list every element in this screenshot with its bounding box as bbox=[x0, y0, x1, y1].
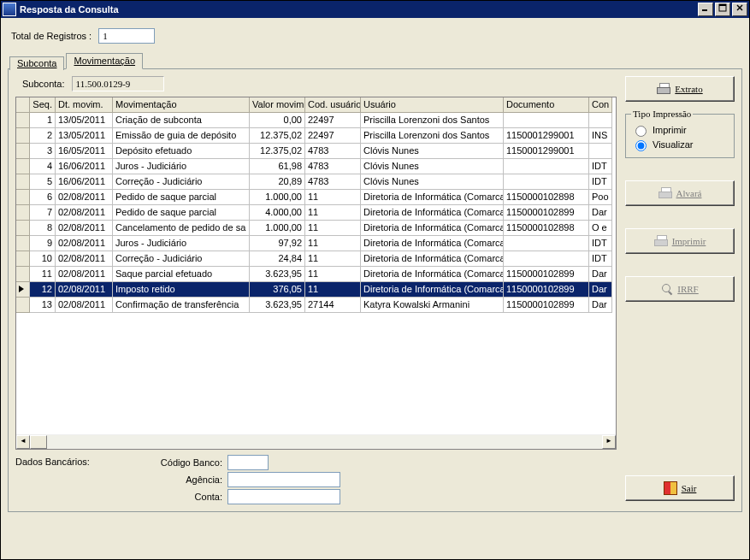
movimentacao-grid[interactable]: Seq. Dt. movim. Movimentação Valor movim… bbox=[15, 97, 617, 450]
window-title: Resposta da Consulta bbox=[20, 4, 119, 15]
col-documento[interactable]: Documento bbox=[504, 97, 589, 113]
titlebar: Resposta da Consulta bbox=[1, 1, 749, 18]
subconta-label: Subconta: bbox=[22, 79, 65, 89]
tipo-impressao-legend: Tipo Impressão bbox=[631, 109, 693, 119]
row-indicator bbox=[16, 236, 30, 251]
maximize-button[interactable] bbox=[715, 3, 730, 16]
extrato-button[interactable]: Extrato bbox=[625, 76, 735, 102]
table-row[interactable]: 316/05/2011Depósito efetuado12.375,02478… bbox=[16, 144, 616, 159]
table-row[interactable]: 702/08/2011Pedido de saque parcial4.000,… bbox=[16, 205, 616, 221]
tab-subconta-label: Subconta bbox=[17, 58, 56, 68]
row-indicator bbox=[16, 159, 30, 174]
tab-movimentacao[interactable]: Movimentação bbox=[66, 53, 143, 69]
close-button[interactable] bbox=[732, 3, 747, 16]
current-row-icon bbox=[19, 286, 27, 292]
table-row[interactable]: 1202/08/2011Imposto retido376,0511Direto… bbox=[16, 282, 616, 298]
row-indicator bbox=[16, 267, 30, 282]
subconta-line: Subconta: 11.500.0129-9 bbox=[15, 76, 617, 91]
svg-rect-2 bbox=[719, 4, 726, 6]
row-indicator bbox=[16, 221, 30, 236]
col-dt-movim[interactable]: Dt. movim. bbox=[56, 97, 113, 113]
row-indicator bbox=[16, 144, 30, 159]
row-indicator bbox=[16, 190, 30, 205]
row-indicator bbox=[16, 113, 30, 128]
tab-movimentacao-label: Movimentação bbox=[74, 56, 135, 66]
row-indicator bbox=[16, 251, 30, 267]
subconta-value: 11.500.0129-9 bbox=[72, 76, 164, 91]
radio-imprimir-input[interactable] bbox=[635, 126, 647, 137]
sair-button[interactable]: Sair bbox=[625, 475, 735, 501]
irrf-label: IRRF bbox=[677, 284, 698, 294]
row-indicator bbox=[16, 128, 30, 144]
total-registros-field[interactable] bbox=[98, 28, 155, 44]
imprimir-button[interactable]: Imprimir bbox=[625, 228, 735, 254]
dados-bancarios: Dados Bancários: Código Banco: Agência: … bbox=[15, 455, 617, 504]
alvara-button[interactable]: Alvará bbox=[625, 180, 735, 206]
grid-hscrollbar[interactable]: ◄ ► bbox=[16, 434, 616, 449]
extrato-label: Extrato bbox=[675, 84, 702, 94]
row-indicator bbox=[16, 298, 30, 313]
row-indicator bbox=[16, 282, 30, 298]
scroll-track[interactable] bbox=[47, 435, 602, 449]
radio-visualizar[interactable]: Visualizar bbox=[631, 138, 729, 151]
exit-icon bbox=[664, 481, 677, 495]
table-row[interactable]: 1002/08/2011Correção - Judiciário24,8411… bbox=[16, 251, 616, 267]
codigo-banco-label: Código Banco: bbox=[161, 457, 222, 468]
table-row[interactable]: 516/06/2011Correção - Judiciário20,89478… bbox=[16, 174, 616, 190]
scroll-right-button[interactable]: ► bbox=[602, 435, 616, 449]
radio-imprimir[interactable]: Imprimir bbox=[631, 123, 729, 137]
col-cod-usuario[interactable]: Cod. usuário bbox=[305, 97, 361, 113]
tab-subconta[interactable]: Subconta bbox=[9, 56, 64, 70]
agencia-field[interactable] bbox=[227, 472, 340, 487]
conta-field[interactable] bbox=[227, 489, 340, 504]
dados-bancarios-label: Dados Bancários: bbox=[15, 455, 118, 467]
radio-visualizar-input[interactable] bbox=[635, 140, 647, 151]
table-row[interactable]: 416/06/2011Juros - Judiciário61,984783Cl… bbox=[16, 159, 616, 174]
grid-body[interactable]: 113/05/2011Criação de subconta0,0022497P… bbox=[16, 113, 616, 434]
table-row[interactable]: 1302/08/2011Confirmação de transferência… bbox=[16, 298, 616, 313]
conta-label: Conta: bbox=[195, 492, 222, 502]
col-usuario[interactable]: Usuário bbox=[361, 97, 504, 113]
scroll-thumb[interactable] bbox=[30, 435, 47, 449]
irrf-button[interactable]: IRRF bbox=[625, 276, 735, 302]
table-row[interactable]: 902/08/2011Juros - Judiciário97,9211Dire… bbox=[16, 236, 616, 251]
col-con[interactable]: Con bbox=[589, 97, 612, 113]
search-icon bbox=[661, 283, 673, 295]
codigo-banco-field[interactable] bbox=[227, 455, 269, 470]
agencia-label: Agência: bbox=[186, 475, 222, 485]
total-registros-label: Total de Registros : bbox=[11, 31, 92, 41]
row-indicator bbox=[16, 205, 30, 221]
col-valor[interactable]: Valor movim. bbox=[250, 97, 305, 113]
scroll-left-button[interactable]: ◄ bbox=[16, 435, 30, 449]
app-icon bbox=[3, 3, 16, 16]
minimize-button[interactable] bbox=[698, 3, 713, 16]
printer-icon bbox=[658, 187, 672, 199]
svg-rect-0 bbox=[702, 9, 707, 11]
row-indicator bbox=[16, 174, 30, 190]
table-row[interactable]: 213/05/2011Emissão de guia de depósito12… bbox=[16, 128, 616, 144]
imprimir-label: Imprimir bbox=[672, 236, 706, 246]
table-row[interactable]: 113/05/2011Criação de subconta0,0022497P… bbox=[16, 113, 616, 128]
tabstrip: Subconta Movimentação bbox=[8, 52, 742, 69]
radio-imprimir-label: Imprimir bbox=[653, 125, 687, 135]
sair-label: Sair bbox=[682, 483, 697, 493]
col-seq[interactable]: Seq. bbox=[30, 97, 56, 113]
radio-visualizar-label: Visualizar bbox=[653, 139, 694, 150]
tipo-impressao-group: Tipo Impressão Imprimir Visualizar bbox=[625, 109, 735, 158]
summary-line: Total de Registros : bbox=[8, 21, 742, 52]
table-row[interactable]: 802/08/2011Cancelamento de pedido de sa1… bbox=[16, 221, 616, 236]
table-row[interactable]: 602/08/2011Pedido de saque parcial1.000,… bbox=[16, 190, 616, 205]
col-movimentacao[interactable]: Movimentação bbox=[113, 97, 250, 113]
printer-icon bbox=[654, 235, 668, 247]
tab-body: Subconta: 11.500.0129-9 Seq. Dt. movim. … bbox=[8, 69, 742, 512]
table-row[interactable]: 1102/08/2011Saque parcial efetuado3.623,… bbox=[16, 267, 616, 282]
col-rowheader bbox=[16, 97, 30, 113]
alvara-label: Alvará bbox=[676, 188, 702, 198]
printer-icon bbox=[657, 83, 670, 95]
grid-header: Seq. Dt. movim. Movimentação Valor movim… bbox=[16, 97, 616, 113]
